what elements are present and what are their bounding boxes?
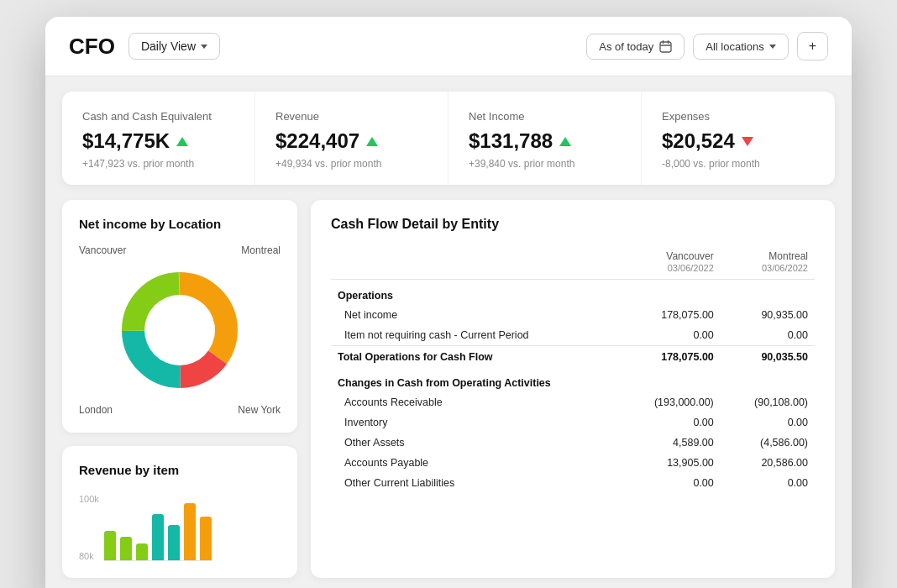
kpi-value: $224,407 [275, 129, 359, 153]
cf-vancouver-value: (193,000.00) [618, 392, 721, 412]
kpi-card-0: Cash and Cash Equivalent$14,775K+147,923… [62, 92, 255, 185]
bar-chart-area: 100k 80k [79, 491, 281, 561]
up-arrow-icon [176, 137, 188, 146]
cf-montreal-value: 90,935.00 [721, 305, 815, 325]
bar-4 [168, 525, 180, 560]
up-arrow-icon [366, 137, 378, 146]
cf-row-label[interactable]: Other Assets [331, 433, 618, 453]
bar-3 [152, 514, 164, 560]
cf-row-label[interactable]: Accounts Payable [331, 453, 618, 473]
kpi-card-2: Net Income$131,788+39,840 vs. prior mont… [448, 92, 642, 185]
bar-1 [120, 537, 132, 560]
cf-header-1: Vancouver03/06/2022 [618, 245, 721, 280]
bar-5 [184, 503, 196, 560]
cf-data-row: Accounts Receivable(193,000.00)(90,108.0… [331, 392, 815, 412]
cf-data-row: Item not requiring cash - Current Period… [331, 325, 815, 346]
daily-view-button[interactable]: Daily View [129, 33, 220, 60]
kpi-change: +49,934 vs. prior month [275, 158, 428, 170]
bar-chart-title: Revenue by item [79, 463, 281, 477]
cf-vancouver-value: 0.00 [618, 473, 721, 493]
cf-section-header: Operations [331, 280, 815, 305]
kpi-section: Cash and Cash Equivalent$14,775K+147,923… [62, 92, 835, 185]
header: CFO Daily View As of today All locations… [45, 17, 852, 76]
cf-row-label[interactable]: Accounts Receivable [331, 392, 618, 412]
all-locations-label: All locations [706, 40, 763, 53]
donut-label-london: London [79, 404, 113, 416]
donut-chart-title: Net income by Location [79, 217, 281, 231]
add-button[interactable]: + [797, 32, 828, 60]
cf-vancouver-value: 13,905.00 [618, 453, 721, 473]
main-content: Net income by Location Vancouver Montrea… [62, 200, 835, 578]
cf-vancouver-value: 0.00 [618, 325, 721, 346]
daily-view-label: Daily View [141, 39, 196, 53]
cf-row-label: Inventory [331, 412, 618, 433]
donut-labels-top: Vancouver Montreal [79, 244, 281, 256]
cf-montreal-value: (4,586.00) [721, 433, 815, 453]
cf-montreal-value: 0.00 [721, 325, 815, 346]
up-arrow-icon [559, 137, 571, 146]
bar-0 [104, 531, 116, 560]
cf-data-row: Inventory0.000.00 [331, 412, 815, 433]
cash-flow-table: Vancouver03/06/2022Montreal03/06/2022Ope… [331, 245, 815, 493]
donut-chart-card: Net income by Location Vancouver Montrea… [62, 200, 297, 433]
cf-data-row: Net income178,075.0090,935.00 [331, 305, 815, 325]
kpi-change: +39,840 vs. prior month [469, 158, 621, 170]
cf-montreal-value: 20,586.00 [721, 453, 815, 473]
all-locations-button[interactable]: All locations [693, 34, 788, 60]
donut-label-vancouver: Vancouver [79, 244, 126, 256]
as-of-today-button[interactable]: As of today [586, 34, 685, 60]
kpi-value-row: $131,788 [469, 129, 621, 153]
cf-vancouver-value: 4,589.00 [618, 433, 721, 453]
kpi-change: -8,000 vs. prior month [662, 158, 815, 170]
cf-vancouver-value: 178,075.00 [618, 305, 721, 325]
y-label-80k: 80k [79, 551, 99, 561]
chevron-down-icon [201, 45, 207, 49]
cash-flow-title: Cash Flow Detail by Entity [331, 217, 815, 232]
bars-container [104, 494, 212, 561]
app-window: CFO Daily View As of today All locations… [45, 17, 852, 588]
cash-flow-panel: Cash Flow Detail by Entity Vancouver03/0… [311, 200, 835, 578]
cf-montreal-value: 0.00 [721, 412, 815, 433]
as-of-today-label: As of today [599, 40, 653, 53]
cf-montreal-value: 0.00 [721, 473, 815, 493]
kpi-value-row: $20,524 [662, 129, 815, 153]
calendar-icon [659, 40, 672, 53]
kpi-value: $20,524 [662, 129, 735, 153]
kpi-label: Revenue [275, 110, 428, 123]
cf-data-row: Accounts Payable13,905.0020,586.00 [331, 453, 815, 473]
donut-svg [113, 263, 247, 397]
cf-total-row: Total Operations for Cash Flow178,075.00… [331, 346, 815, 368]
kpi-value: $14,775K [82, 129, 170, 153]
bar-6 [200, 517, 212, 560]
kpi-label: Net Income [469, 110, 621, 123]
chevron-down-icon [769, 45, 776, 49]
kpi-card-3: Expenses$20,524-8,000 vs. prior month [642, 92, 835, 185]
svg-point-8 [144, 295, 215, 365]
kpi-label: Expenses [662, 110, 815, 123]
cf-data-row: Other Current Liabilities0.000.00 [331, 473, 815, 493]
kpi-value: $131,788 [469, 129, 553, 153]
donut-label-newyork: New York [238, 404, 281, 416]
cf-montreal-value: (90,108.00) [721, 392, 815, 412]
page-title: CFO [69, 34, 115, 60]
bar-2 [136, 543, 148, 560]
y-label-100k: 100k [79, 494, 99, 504]
cf-row-label[interactable]: Item not requiring cash - Current Period [331, 325, 618, 346]
cf-data-row: Other Assets4,589.00(4,586.00) [331, 433, 815, 453]
header-right: As of today All locations + [586, 32, 828, 60]
left-panel: Net income by Location Vancouver Montrea… [62, 200, 297, 578]
cf-vancouver-value: 0.00 [618, 412, 721, 433]
cf-row-label[interactable]: Net income [331, 305, 618, 325]
bar-chart-card: Revenue by item 100k 80k [62, 446, 297, 578]
donut-label-montreal: Montreal [241, 244, 281, 256]
cf-section-header: Changes in Cash from Operating Activitie… [331, 367, 815, 392]
down-arrow-icon [742, 137, 753, 146]
cf-row-label[interactable]: Other Current Liabilities [331, 473, 618, 493]
kpi-change: +147,923 vs. prior month [82, 158, 234, 170]
cf-header-2: Montreal03/06/2022 [721, 245, 815, 280]
kpi-card-1: Revenue$224,407+49,934 vs. prior month [255, 92, 448, 185]
kpi-value-row: $224,407 [275, 129, 428, 153]
svg-rect-0 [660, 42, 671, 52]
kpi-value-row: $14,775K [82, 129, 234, 153]
kpi-label: Cash and Cash Equivalent [82, 110, 234, 123]
